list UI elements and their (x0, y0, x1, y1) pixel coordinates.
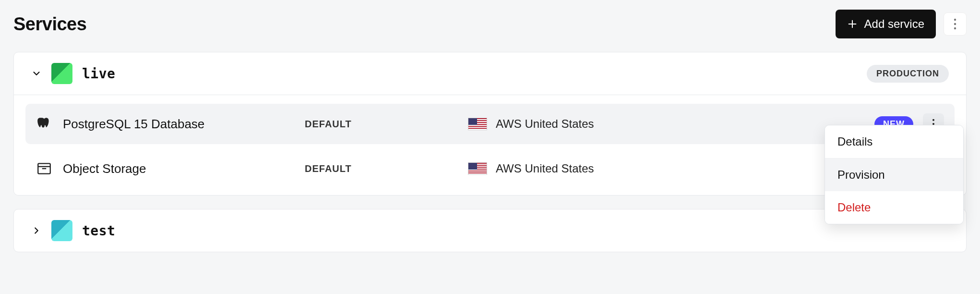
env-name: live (82, 66, 115, 82)
svg-point-0 (954, 19, 956, 21)
service-region: AWS United States (468, 162, 880, 175)
group-header-test[interactable]: test (14, 209, 966, 252)
group-live: live PRODUCTION PostgreSQL 15 Database D… (13, 52, 967, 196)
group-header-live[interactable]: live PRODUCTION (14, 52, 966, 95)
group-test: test (13, 209, 967, 252)
header-actions: Add service (836, 10, 967, 38)
region-label: AWS United States (496, 162, 594, 175)
service-default-label: DEFAULT (305, 163, 458, 174)
add-service-button[interactable]: Add service (836, 10, 936, 38)
service-default-label: DEFAULT (305, 119, 458, 130)
production-badge: PRODUCTION (867, 65, 949, 83)
page-more-button[interactable] (944, 12, 967, 36)
us-flag-icon (468, 162, 487, 175)
region-label: AWS United States (496, 117, 594, 131)
dropdown-item-details[interactable]: Details (825, 125, 963, 158)
postgres-icon (36, 116, 52, 132)
plus-icon (847, 19, 858, 29)
add-service-label: Add service (864, 17, 924, 31)
service-region: AWS United States (468, 117, 865, 131)
service-row-object-storage[interactable]: Object Storage DEFAULT AWS United States… (25, 151, 955, 186)
kebab-icon (954, 18, 956, 30)
row-actions-dropdown: Details Provision Delete (825, 125, 964, 224)
service-name: PostgreSQL 15 Database (63, 117, 204, 132)
dropdown-item-delete[interactable]: Delete (825, 191, 963, 224)
page-header: Services Add service (13, 10, 967, 38)
svg-point-2 (954, 27, 956, 29)
chevron-right-icon (31, 225, 42, 236)
env-icon-live (51, 63, 72, 84)
service-name: Object Storage (63, 161, 146, 176)
env-name: test (82, 223, 115, 239)
page-title: Services (13, 14, 86, 35)
box-icon (36, 160, 52, 177)
service-row-postgresql[interactable]: PostgreSQL 15 Database DEFAULT AWS Unite… (25, 104, 955, 144)
dropdown-item-provision[interactable]: Provision (825, 158, 963, 191)
chevron-down-icon (31, 68, 42, 79)
env-icon-test (51, 220, 72, 241)
service-rows-live: PostgreSQL 15 Database DEFAULT AWS Unite… (14, 95, 966, 195)
svg-point-1 (954, 23, 956, 25)
svg-point-3 (932, 119, 934, 121)
us-flag-icon (468, 118, 487, 130)
